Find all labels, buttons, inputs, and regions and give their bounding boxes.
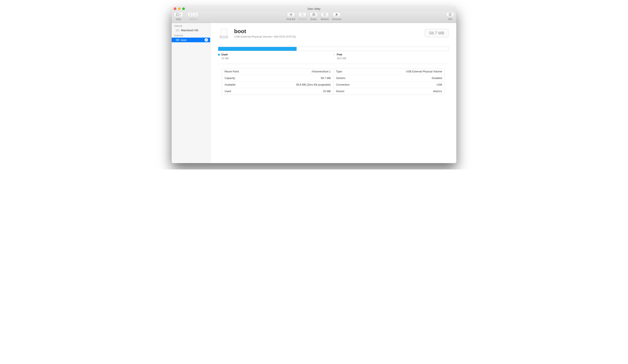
usage-bar-used [218,47,297,51]
disk-icon [176,39,179,41]
svg-rect-0 [176,13,179,15]
used-label: Used [221,53,228,56]
info-icon [449,13,452,16]
body: Internal Macintosh HD External boot [172,23,456,163]
sidebar-item-macintosh-hd[interactable]: Macintosh HD [172,28,210,32]
pie-icon [301,13,304,16]
svg-rect-2 [189,14,191,15]
detail-row: Capacity:58.7 MB [222,75,333,81]
disk-icon [176,29,179,32]
volume-remove-button[interactable] [193,12,198,17]
eject-button[interactable] [205,38,208,42]
svg-rect-10 [336,15,338,15]
volume-name: boot [234,28,296,35]
close-button[interactable] [174,7,176,10]
detail-row: Device:disk2s1 [333,88,445,94]
partition-button [298,12,306,17]
unmount-label: Unmount [332,18,341,20]
first-aid-label: First Aid [287,18,295,20]
eject-icon [335,13,338,16]
unmount-button[interactable] [332,12,341,17]
titlebar: Disk Utility [172,6,456,11]
restore-button[interactable] [321,12,329,17]
size-badge: 58.7 MB [425,29,449,37]
info-button[interactable] [446,12,454,17]
drive-icon [218,27,230,39]
sidebar: Internal Macintosh HD External boot [172,23,210,163]
chevron-down-icon: ▾ [180,14,181,16]
volume-label: Volume [189,18,197,20]
erase-icon [312,13,315,16]
svg-rect-20 [220,36,228,38]
first-aid-button[interactable] [287,12,295,17]
erase-button[interactable] [310,12,317,17]
content-pane: boot USB External Physical Volume • MS-D… [210,23,456,163]
restore-label: Restore [320,18,329,20]
detail-row: Type:USB External Physical Volume [333,68,445,75]
sidebar-icon [176,13,179,16]
restore-icon [323,13,326,16]
used-dot-icon [218,54,220,56]
volume-minus-icon [194,13,197,16]
svg-rect-21 [220,36,221,37]
details-left: Mount Point:/Volumes/boot 1 Capacity:58.… [222,68,333,94]
info-label: Info [448,18,452,20]
detail-row: Used:20 MB [222,88,333,94]
svg-rect-19 [221,29,227,36]
sidebar-item-boot[interactable]: boot [172,38,210,42]
svg-rect-5 [195,14,197,15]
disk-utility-window: Disk Utility ▾ View [172,6,456,163]
details-table: Mount Point:/Volumes/boot 1 Capacity:58.… [222,68,445,95]
stethoscope-icon [289,13,293,16]
volume-plus-icon [189,13,192,16]
zoom-button[interactable] [182,7,185,10]
svg-point-15 [176,30,177,31]
view-label: View [176,18,181,20]
detail-row: Connection:USB [333,81,445,88]
window-controls [172,7,185,10]
volume-add-button[interactable] [187,12,193,17]
usage-section: Used 20 MB Free 38.8 MB [210,42,456,64]
sidebar-item-label: Macintosh HD [181,29,198,32]
view-button[interactable]: ▾ [174,12,183,17]
free-dot-icon [333,54,335,56]
detail-row: Owners:Disabled [333,75,445,81]
erase-label: Erase [311,18,317,20]
used-value: 20 MB [221,57,333,60]
toolbar: ▾ View Volume [172,11,456,23]
svg-point-12 [450,14,450,14]
svg-rect-18 [206,40,207,40]
svg-point-7 [292,14,292,14]
svg-point-17 [176,40,177,40]
minimize-button[interactable] [178,7,181,10]
free-value: 38.8 MB [337,57,449,60]
partition-label: Partition [298,18,307,20]
free-label: Free [337,53,342,56]
window-title: Disk Utility [172,7,456,10]
detail-row: Available:38.8 MB (Zero KB purgeable) [222,81,333,88]
details-right: Type:USB External Physical Volume Owners… [333,68,445,94]
detail-row: Mount Point:/Volumes/boot 1 [222,68,333,75]
usage-bar [218,47,449,51]
sidebar-item-label: boot [181,38,186,42]
volume-header: boot USB External Physical Volume • MS-D… [210,23,456,42]
volume-subtitle: USB External Physical Volume • MS-DOS (F… [234,35,296,38]
sidebar-header-internal: Internal [172,23,210,28]
sidebar-header-external: External [172,32,210,38]
